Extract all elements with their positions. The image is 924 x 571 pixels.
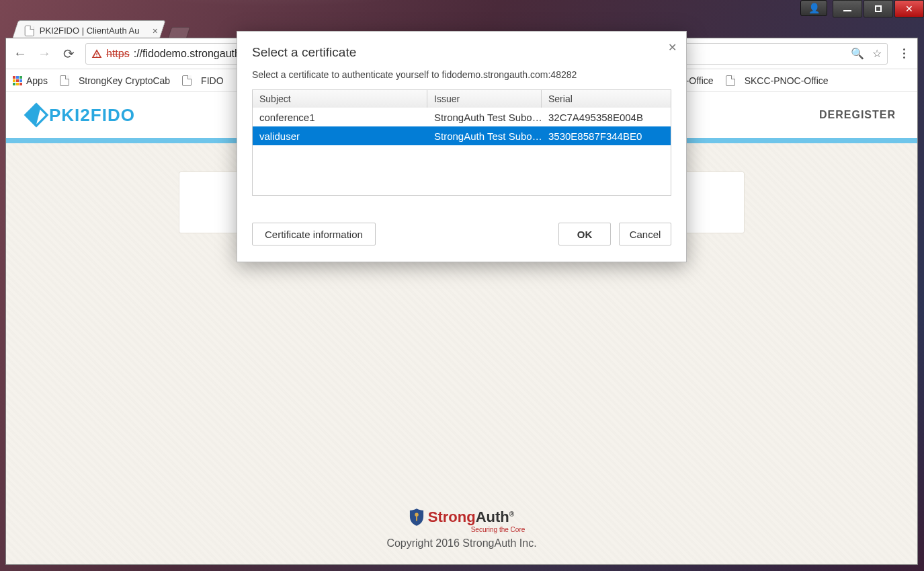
certificate-info-button[interactable]: Certificate information <box>252 223 376 245</box>
deregister-link[interactable]: DEREGISTER <box>819 109 896 121</box>
bookmark-item[interactable]: FIDO <box>182 75 223 86</box>
tab-close-icon[interactable]: × <box>153 26 158 36</box>
security-warning-icon <box>91 48 102 59</box>
page-icon <box>25 26 34 36</box>
bookmark-item[interactable]: SKCC-PNOC-Office <box>726 75 829 86</box>
svg-rect-1 <box>416 516 417 521</box>
certificate-select-dialog: ✕ Select a certificate Select a certific… <box>237 31 687 262</box>
col-serial[interactable]: Serial <box>542 90 671 108</box>
ok-button[interactable]: OK <box>558 223 611 245</box>
brand-mark-icon <box>24 103 49 128</box>
cancel-button[interactable]: Cancel <box>619 223 671 245</box>
forward-button[interactable]: → <box>37 46 52 61</box>
table-row[interactable]: validuserStrongAuth Test Subo…3530E8587F… <box>253 126 671 145</box>
certificate-table: Subject Issuer Serial conference1StrongA… <box>252 89 671 196</box>
page-icon <box>726 75 735 86</box>
page-footer: StrongAuth® Securing the Core Copyright … <box>6 493 917 564</box>
table-header: Subject Issuer Serial <box>253 90 671 108</box>
cell-subject: validuser <box>253 126 427 145</box>
cell-issuer: StrongAuth Test Subo… <box>427 126 542 145</box>
browser-menu-button[interactable] <box>897 48 911 59</box>
brand-logo[interactable]: PKI2FIDO <box>28 105 135 126</box>
zoom-icon[interactable]: 🔍 <box>851 47 864 60</box>
shield-icon <box>409 508 424 526</box>
brand-text: PKI2FIDO <box>49 105 135 126</box>
bookmark-star-icon[interactable]: ☆ <box>872 47 882 60</box>
user-icon[interactable]: 👤 <box>800 0 827 16</box>
tab-strip: PKI2FIDO | ClientAuth Au × <box>15 17 188 40</box>
cell-subject: conference1 <box>253 108 427 126</box>
table-row[interactable]: conference1StrongAuth Test Subo…32C7A495… <box>253 108 671 126</box>
maximize-button[interactable] <box>864 0 893 17</box>
cell-serial: 3530E8587F344BE0 <box>542 126 671 145</box>
dialog-footer: Certificate information OK Cancel <box>252 223 671 245</box>
page-icon <box>60 75 69 86</box>
apps-shortcut[interactable]: Apps <box>13 75 48 86</box>
page-icon <box>182 75 192 86</box>
table-body: conference1StrongAuth Test Subo…32C7A495… <box>253 108 671 195</box>
footer-brand: StrongAuth® <box>428 508 514 526</box>
copyright: Copyright 2016 StrongAuth Inc. <box>386 537 536 549</box>
apps-label: Apps <box>26 75 48 86</box>
minimize-button[interactable] <box>833 0 862 17</box>
footer-tagline: Securing the Core <box>471 526 526 533</box>
bookmark-item[interactable]: StrongKey CryptoCab <box>60 75 170 86</box>
bookmark-label: SKCC-PNOC-Office <box>745 75 829 86</box>
dialog-close-icon[interactable]: ✕ <box>668 41 677 54</box>
back-button[interactable]: ← <box>13 46 28 61</box>
dialog-title: Select a certificate <box>252 45 671 60</box>
close-window-button[interactable]: ✕ <box>894 0 924 17</box>
col-subject[interactable]: Subject <box>253 90 427 108</box>
apps-icon <box>13 76 22 85</box>
dialog-description: Select a certificate to authenticate you… <box>252 69 671 80</box>
cell-issuer: StrongAuth Test Subo… <box>427 108 542 126</box>
bookmark-label: StrongKey CryptoCab <box>79 75 170 86</box>
bookmark-label: FIDO <box>201 75 223 86</box>
reload-button[interactable]: ⟳ <box>61 46 76 62</box>
col-issuer[interactable]: Issuer <box>427 90 542 108</box>
tab-title: PKI2FIDO | ClientAuth Au <box>40 26 140 36</box>
window-controls: 👤 ✕ <box>800 0 924 19</box>
url-scheme: https <box>106 48 130 60</box>
footer-logo: StrongAuth® <box>409 508 514 526</box>
cell-serial: 32C7A495358E004B <box>542 108 671 126</box>
